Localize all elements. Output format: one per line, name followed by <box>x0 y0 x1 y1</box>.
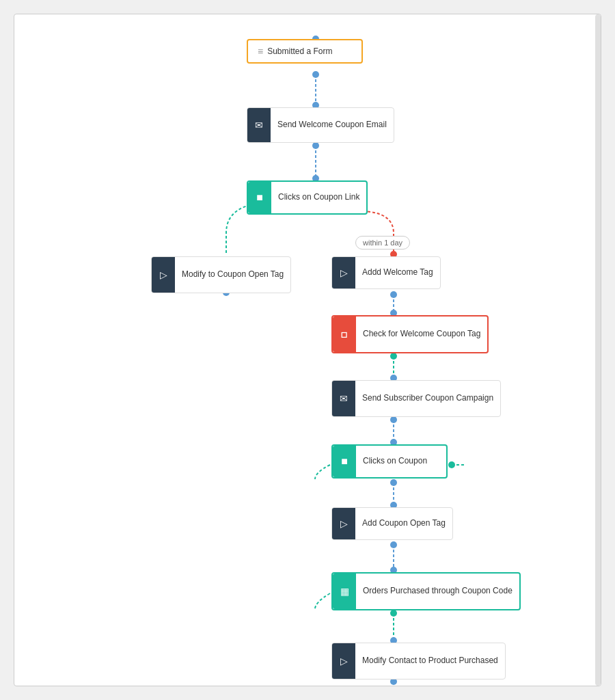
modify-contact-icon: ▷ <box>332 643 355 679</box>
coupon-icon-teal-1: ■ <box>248 182 271 213</box>
svg-point-8 <box>390 291 397 298</box>
svg-point-3 <box>312 142 319 149</box>
node-submitted-form[interactable]: ≡ Submitted a Form <box>247 39 363 64</box>
node-label: Submitted a Form <box>267 46 332 56</box>
svg-point-13 <box>390 416 397 423</box>
svg-point-20 <box>390 610 397 617</box>
node-modify-coupon-open-tag[interactable]: ▷ Modify to Coupon Open Tag <box>151 256 291 293</box>
workflow-canvas: ≡ Submitted a Form ✉ Send Welcome Coupon… <box>14 14 601 686</box>
svg-point-15 <box>390 479 397 486</box>
node-send-welcome-email[interactable]: ✉ Send Welcome Coupon Email <box>247 107 394 143</box>
node-label: Send Subscriber Coupon Campaign <box>355 388 500 409</box>
svg-point-18 <box>390 541 397 548</box>
email-icon-dark: ✉ <box>247 108 271 142</box>
node-add-welcome-tag[interactable]: ▷ Addd Welcome Tag <box>331 256 441 289</box>
node-label: Check for Welcome Coupon Tag <box>356 323 487 345</box>
orders-icon-teal: ▦ <box>333 574 356 609</box>
node-label: Clicks on Coupon <box>356 450 434 472</box>
node-orders-purchased[interactable]: ▦ Orders Purchased through Coupon Code <box>331 572 521 610</box>
node-label: Modify to Coupon Open Tag <box>175 264 290 286</box>
node-label: Addd Welcome Tag <box>355 262 440 284</box>
list-icon: ≡ <box>258 46 263 57</box>
node-label: Orders Purchased through Coupon Code <box>356 580 519 602</box>
node-check-welcome-tag[interactable]: ◇ Check for Welcome Coupon Tag <box>331 315 489 353</box>
email-icon-dark-2: ✉ <box>332 381 355 416</box>
within-label: within 1 day <box>355 236 410 250</box>
node-label: Add Coupon Open Tag <box>355 513 452 535</box>
node-clicks-coupon-2[interactable]: ■ Clicks on Coupon <box>331 444 448 479</box>
add-coupon-icon: ▷ <box>332 508 355 539</box>
node-label: Send Welcome Coupon Email <box>271 114 394 136</box>
node-label: Clicks on Coupon Link <box>271 187 366 208</box>
node-label: Modify Contact to Product Purchased <box>355 650 505 672</box>
coupon-icon-teal-2: ■ <box>333 446 356 477</box>
svg-point-16 <box>448 461 455 468</box>
modify-icon-dark: ▷ <box>152 257 175 293</box>
node-add-coupon-open-tag[interactable]: ▷ Add Coupon Open Tag <box>331 507 453 540</box>
node-clicks-coupon-1[interactable]: ■ Clicks on Coupon Link <box>247 180 368 215</box>
svg-point-1 <box>312 71 319 78</box>
node-modify-contact-product[interactable]: ▷ Modify Contact to Product Purchased <box>331 643 506 679</box>
node-send-subscriber-coupon[interactable]: ✉ Send Subscriber Coupon Campaign <box>331 380 501 417</box>
decision-icon-red: ◇ <box>333 317 356 352</box>
svg-point-10 <box>390 353 397 360</box>
welcome-tag-icon: ▷ <box>332 257 355 288</box>
